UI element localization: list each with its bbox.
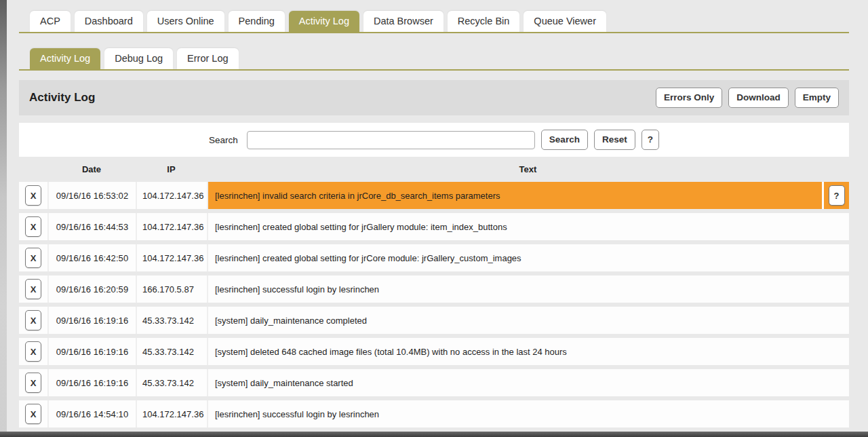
header-actions: Errors Only Download Empty bbox=[656, 88, 839, 108]
search-input[interactable] bbox=[247, 131, 535, 149]
delete-row-button[interactable]: X bbox=[25, 185, 41, 206]
text-cell: [lesrinchen] invalid search criteria in … bbox=[207, 182, 822, 209]
subtab-activity-log[interactable]: Activity Log bbox=[30, 48, 100, 69]
main-tab-bar: ACPDashboardUsers OnlinePendingActivity … bbox=[19, 11, 849, 33]
date-cell: 09/16/16 16:19:16 bbox=[47, 338, 136, 365]
delete-row-button[interactable]: X bbox=[25, 310, 41, 330]
delete-cell: X bbox=[19, 307, 47, 334]
search-button[interactable]: Search bbox=[541, 130, 588, 150]
ip-cell: 45.33.73.142 bbox=[136, 369, 207, 396]
delete-row-button[interactable]: X bbox=[25, 248, 41, 268]
delete-row-button[interactable]: X bbox=[25, 279, 41, 299]
tab-users-online[interactable]: Users Online bbox=[147, 11, 224, 32]
text-cell: [lesrinchen] created global setting for … bbox=[207, 213, 849, 240]
window-edge-shadow bbox=[0, 0, 7, 437]
download-button[interactable]: Download bbox=[728, 88, 789, 108]
log-row: X09/16/16 16:19:1645.33.73.142[system] d… bbox=[19, 307, 849, 334]
delete-cell: X bbox=[19, 276, 47, 303]
log-row: X09/16/16 16:53:02104.172.147.36[lesrinc… bbox=[19, 182, 849, 209]
search-help-button[interactable]: ? bbox=[642, 130, 659, 150]
tab-activity-log[interactable]: Activity Log bbox=[289, 11, 359, 32]
delete-cell: X bbox=[19, 400, 47, 428]
log-row: X09/16/16 16:19:1645.33.73.142[system] d… bbox=[19, 338, 849, 365]
date-column-header: Date bbox=[47, 164, 136, 174]
table-header: Date IP Text bbox=[19, 157, 849, 182]
delete-cell: X bbox=[19, 213, 47, 240]
ip-cell: 104.172.147.36 bbox=[136, 400, 207, 428]
text-cell: [lesrinchen] created global setting for … bbox=[207, 244, 849, 271]
text-cell: [system] daily_maintenance completed bbox=[207, 307, 849, 334]
search-label: Search bbox=[209, 135, 238, 145]
search-bar: Search Search Reset ? bbox=[19, 123, 849, 157]
log-row: X09/16/16 16:20:59166.170.5.87[lesrinche… bbox=[19, 276, 849, 303]
text-cell: [lesrinchen] successful login by lesrinc… bbox=[207, 276, 849, 303]
date-cell: 09/16/16 16:19:16 bbox=[47, 369, 136, 396]
subtab-debug-log[interactable]: Debug Log bbox=[104, 48, 173, 69]
log-sub-tab-bar: Activity LogDebug LogError Log bbox=[19, 48, 849, 71]
delete-cell: X bbox=[19, 182, 47, 209]
date-cell: 09/16/16 16:20:59 bbox=[47, 276, 136, 303]
log-row: X09/16/16 16:44:53104.172.147.36[lesrinc… bbox=[19, 213, 849, 240]
delete-row-button[interactable]: X bbox=[25, 216, 41, 237]
row-help-button[interactable]: ? bbox=[829, 185, 845, 206]
delete-row-button[interactable]: X bbox=[25, 373, 41, 393]
tab-recycle-bin[interactable]: Recycle Bin bbox=[448, 11, 520, 32]
date-cell: 09/16/16 16:19:16 bbox=[47, 307, 136, 334]
help-cell: ? bbox=[822, 182, 849, 209]
log-table-body: X09/16/16 16:53:02104.172.147.36[lesrinc… bbox=[19, 182, 849, 428]
ip-cell: 104.172.147.36 bbox=[136, 244, 207, 271]
window-bottom-edge bbox=[0, 432, 868, 437]
text-column-header: Text bbox=[207, 164, 849, 174]
errors-only-button[interactable]: Errors Only bbox=[656, 88, 722, 108]
page-title: Activity Log bbox=[29, 91, 95, 104]
reset-button[interactable]: Reset bbox=[594, 130, 635, 150]
log-row: X09/16/16 16:42:50104.172.147.36[lesrinc… bbox=[19, 244, 849, 271]
ip-column-header: IP bbox=[136, 164, 207, 174]
date-cell: 09/16/16 16:44:53 bbox=[47, 213, 136, 240]
ip-cell: 45.33.73.142 bbox=[136, 307, 207, 334]
date-cell: 09/16/16 14:54:10 bbox=[47, 400, 136, 428]
tab-data-browser[interactable]: Data Browser bbox=[363, 11, 443, 32]
page-header: Activity Log Errors Only Download Empty bbox=[19, 80, 849, 115]
tab-acp[interactable]: ACP bbox=[30, 11, 71, 32]
delete-cell: X bbox=[19, 244, 47, 271]
delete-cell: X bbox=[19, 338, 47, 365]
text-cell: [lesrinchen] successful login by lesrinc… bbox=[207, 400, 849, 428]
tab-queue-viewer[interactable]: Queue Viewer bbox=[524, 11, 606, 32]
acp-page: ACPDashboardUsers OnlinePendingActivity … bbox=[19, 0, 849, 432]
text-cell: [system] deleted 648 cached image files … bbox=[207, 338, 849, 365]
ip-cell: 104.172.147.36 bbox=[136, 182, 207, 209]
tab-pending[interactable]: Pending bbox=[229, 11, 285, 32]
log-row: X09/16/16 16:19:1645.33.73.142[system] d… bbox=[19, 369, 849, 396]
ip-cell: 45.33.73.142 bbox=[136, 338, 207, 365]
empty-button[interactable]: Empty bbox=[795, 88, 839, 108]
ip-cell: 166.170.5.87 bbox=[136, 276, 207, 303]
delete-cell: X bbox=[19, 369, 47, 396]
date-cell: 09/16/16 16:42:50 bbox=[47, 244, 136, 271]
delete-row-button[interactable]: X bbox=[25, 404, 41, 424]
text-cell: [system] daily_maintenance started bbox=[207, 369, 849, 396]
subtab-error-log[interactable]: Error Log bbox=[177, 48, 238, 69]
ip-cell: 104.172.147.36 bbox=[136, 213, 207, 240]
tab-dashboard[interactable]: Dashboard bbox=[75, 11, 143, 32]
log-row: X09/16/16 14:54:10104.172.147.36[lesrinc… bbox=[19, 400, 849, 428]
delete-row-button[interactable]: X bbox=[25, 341, 41, 362]
date-cell: 09/16/16 16:53:02 bbox=[47, 182, 136, 209]
